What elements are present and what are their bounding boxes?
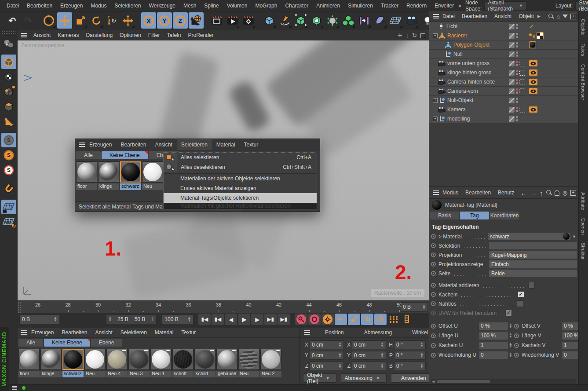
object-row-null-objekt[interactable]: +Null-Objekt — [429, 96, 579, 105]
keyframe-circle-icon[interactable] — [431, 301, 436, 306]
keyframe-circle-icon[interactable] — [431, 353, 436, 358]
edit-cube-button[interactable] — [293, 12, 308, 29]
floatwin-menu-ansicht[interactable]: Ansicht — [150, 142, 176, 148]
menu-item-alles-deselektieren[interactable]: Alles deselektierenCtrl+Shift+A — [164, 162, 317, 172]
key-position-button[interactable] — [335, 314, 347, 325]
object-name[interactable]: klinge hinten gross — [446, 69, 491, 76]
material-floor[interactable]: floor — [18, 349, 40, 377]
current-frame-field[interactable]: 0 B ▲▼ — [401, 302, 428, 312]
protection-eye-tag-icon[interactable] — [529, 106, 537, 113]
end-frame-field[interactable]: 100 B▲▼ — [162, 314, 194, 324]
side-tab-attribute[interactable]: Attribute — [581, 189, 586, 214]
render-settings-button[interactable] — [241, 12, 256, 29]
status-menu-icon[interactable] — [12, 386, 17, 390]
layer-toggle-icon[interactable] — [509, 116, 515, 122]
target-icon[interactable]: ◎ — [562, 190, 567, 196]
objman-menu-datei[interactable]: Datei — [439, 13, 458, 19]
object-row-klinge-hinten-gross[interactable]: klinge hinten gross — [429, 68, 579, 77]
coord-field-x[interactable]: 0 cm▲▼ — [352, 340, 386, 349]
attr-menu-bearbeiten[interactable]: Bearbeiten — [462, 190, 494, 196]
side-tab-struktur[interactable]: Struktur — [581, 239, 586, 263]
points-mode-button[interactable] — [1, 84, 16, 99]
keyframe-circle-icon[interactable] — [431, 292, 436, 297]
dropdown-seite[interactable]: Beide — [489, 270, 577, 277]
search-icon[interactable] — [548, 14, 554, 19]
keyframe-circle-icon[interactable] — [514, 324, 519, 329]
keyframe-circle-icon[interactable] — [431, 343, 436, 348]
keyframe-circle-icon[interactable] — [431, 271, 436, 276]
toolbar-grip[interactable] — [2, 31, 16, 35]
viewport-zoom-icon[interactable]: ↕ — [406, 32, 409, 39]
keyframe-circle-icon[interactable] — [431, 243, 436, 248]
floatwin-menu-erzeugen[interactable]: Erzeugen — [85, 142, 116, 148]
enabled-check-icon[interactable]: ✓ — [529, 23, 534, 30]
filter-icon[interactable] — [562, 15, 568, 18]
layer-toggle-icon[interactable] — [509, 98, 515, 103]
visibility-dots-icon[interactable] — [516, 70, 518, 75]
z-axis-button[interactable]: Z — [173, 12, 188, 29]
material-Neu.1[interactable]: Neu.1 — [150, 349, 172, 377]
viewport-menu-optionen[interactable]: Optionen — [116, 32, 145, 38]
node-space-select[interactable]: Aktuell (Standard)▼ — [484, 1, 526, 10]
matman-menu-bearbeiten[interactable]: Bearbeiten — [58, 329, 91, 336]
matman-tab-alle[interactable]: Alle — [18, 339, 43, 347]
layer-toggle-icon[interactable] — [509, 42, 515, 48]
layout-select[interactable]: Start (Benutzer)▼ — [575, 1, 588, 10]
magnet-button[interactable] — [1, 181, 16, 196]
object-row-rasierer[interactable]: −Rasierer — [429, 31, 579, 40]
add-panel-icon[interactable]: + — [570, 190, 576, 196]
menu-item-materialien-der-aktiven-objekte-selektie[interactable]: Materialien der aktiven Objekte selektie… — [164, 174, 317, 183]
value-field[interactable]: 100 % — [479, 332, 508, 340]
redo-button[interactable]: ↷ — [21, 12, 36, 29]
side-tab-takes[interactable]: Takes — [581, 40, 586, 60]
object-name[interactable]: Camera-vorn — [446, 88, 478, 94]
camera-tool-button[interactable] — [404, 12, 419, 29]
layer-toggle-icon[interactable] — [509, 79, 515, 85]
objman-menu-bearbeiten[interactable]: Bearbeiten — [458, 13, 491, 19]
next-key-button[interactable]: ▶▮ — [264, 314, 277, 325]
horizontal-scrollbar[interactable]: ◀ — [431, 379, 576, 384]
coord-field-x[interactable]: 0 cm▲▼ — [310, 340, 344, 349]
menu-erzeugen[interactable]: Erzeugen — [56, 3, 87, 9]
selection-tag-icon[interactable] — [529, 33, 535, 38]
render-visibility-icon[interactable] — [519, 79, 525, 85]
visibility-dots-icon[interactable] — [516, 88, 518, 94]
coord-field-y[interactable]: 0 cm▲▼ — [310, 351, 344, 360]
floatwin-tab-keine-ebene[interactable]: Keine Ebene — [102, 151, 148, 159]
viewport-menu-ansicht[interactable]: Ansicht — [30, 32, 54, 38]
menu-selektieren[interactable]: Selektieren — [110, 3, 145, 9]
matman-menu-erzeugen[interactable]: Erzeugen — [27, 329, 58, 336]
render-visibility-icon[interactable] — [519, 107, 525, 113]
viewport-menu-darstellung[interactable]: Darstellung — [82, 32, 116, 38]
world-coords-button[interactable] — [189, 12, 204, 29]
layer-toggle-icon[interactable] — [509, 51, 515, 57]
axis-mode-button[interactable] — [1, 114, 16, 129]
object-name[interactable]: Kamera — [446, 106, 466, 113]
menu-mesh[interactable]: Mesh — [179, 3, 200, 9]
coord-field-y[interactable]: 0 cm▲▼ — [352, 351, 386, 360]
menu-overflow-icon[interactable]: ▶ — [458, 4, 463, 8]
key-scale-button[interactable] — [348, 314, 360, 325]
keyframe-circle-icon[interactable] — [514, 343, 519, 348]
home-icon[interactable]: ⌂ — [556, 13, 560, 20]
goto-end-button[interactable]: ▶▮ — [278, 314, 290, 325]
menu-werkzeuge[interactable]: Werkzeuge — [145, 3, 179, 9]
protection-eye-tag-icon[interactable] — [529, 88, 537, 94]
menu-bearbeiten[interactable]: Bearbeiten — [23, 3, 56, 9]
attribute-menu-icon[interactable] — [433, 190, 439, 195]
checkbox[interactable] — [517, 300, 523, 307]
polygons-mode-button[interactable] — [1, 99, 16, 114]
attr-menu-modus[interactable]: Modus — [439, 190, 462, 196]
texture-tag-icon[interactable] — [537, 32, 544, 39]
dropdown-projektion[interactable]: Kugel-Mapping — [489, 251, 577, 259]
visibility-dots-icon[interactable] — [516, 116, 518, 121]
material-link-field[interactable]: schwarz — [488, 233, 570, 240]
visibility-dots-icon[interactable] — [516, 61, 518, 66]
material-floor[interactable]: floor — [76, 161, 97, 190]
attr-tab-tag[interactable]: Tag — [460, 212, 489, 219]
layer-toggle-icon[interactable] — [509, 70, 515, 76]
material-schrift[interactable]: schrift — [172, 349, 194, 377]
object-name[interactable]: Licht — [445, 23, 457, 29]
object-row-polygon-objekt[interactable]: Polygon-Objekt — [429, 40, 579, 49]
menu-volumen[interactable]: Volumen — [223, 3, 252, 9]
